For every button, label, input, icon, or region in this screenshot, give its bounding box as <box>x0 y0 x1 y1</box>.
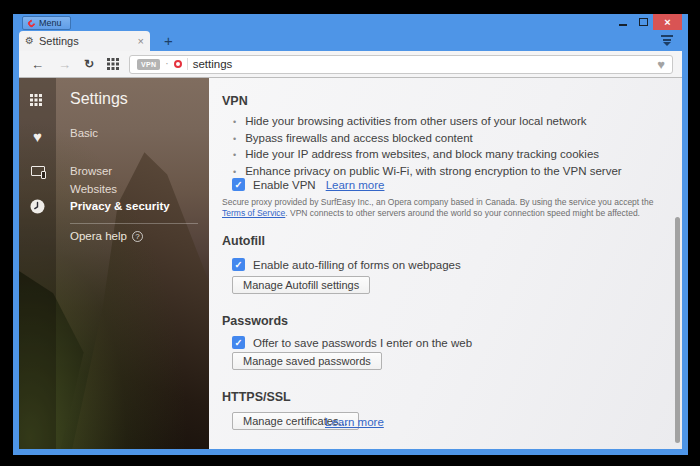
autofill-checkbox[interactable] <box>232 258 245 271</box>
forward-button[interactable]: → <box>58 58 71 71</box>
tab-settings[interactable]: ⚙ Settings × <box>19 31 150 51</box>
tab-bar: ⚙ Settings × + <box>19 30 682 51</box>
sidebar-icon-strip: ♥ <box>19 78 56 449</box>
close-icon: × <box>664 17 670 28</box>
maximize-icon <box>639 18 648 26</box>
separator-dot: · <box>165 59 168 69</box>
opera-help-label: Opera help <box>70 230 127 242</box>
list-item: •Hide your IP address from websites, and… <box>233 147 622 164</box>
https-learn-more-link[interactable]: Learn more <box>325 416 384 428</box>
history-clock-icon[interactable] <box>30 199 46 213</box>
address-bar[interactable]: VPN · settings ♥ <box>129 55 673 74</box>
minimize-icon <box>619 24 627 26</box>
maximize-button[interactable] <box>633 14 653 30</box>
vpn-badge[interactable]: VPN <box>137 59 160 70</box>
vpn-learn-more-link[interactable]: Learn more <box>326 179 385 191</box>
devices-sync-icon[interactable] <box>30 164 46 178</box>
address-divider <box>187 58 188 70</box>
url-text[interactable]: settings <box>193 58 233 70</box>
vpn-heading: VPN <box>222 94 248 108</box>
bullet-icon: • <box>233 150 236 160</box>
settings-content: VPN •Hide your browsing activities from … <box>209 78 682 449</box>
opera-help-link[interactable]: Opera help ? <box>70 230 143 242</box>
bullet-icon: • <box>233 117 236 127</box>
speed-dial-icon[interactable] <box>30 94 46 108</box>
bullet-icon: • <box>233 167 236 177</box>
close-button[interactable]: × <box>653 14 682 30</box>
autofill-heading: Autofill <box>222 234 265 248</box>
opera-menu-button[interactable]: Menu <box>22 16 71 30</box>
passwords-heading: Passwords <box>222 314 288 328</box>
enable-vpn-checkbox[interactable] <box>232 178 245 191</box>
https-heading: HTTPS/SSL <box>222 390 291 404</box>
settings-page-title: Settings <box>70 90 128 108</box>
settings-sidebar: ♥ Settings Basic Browser Websites Privac… <box>19 78 209 449</box>
gear-icon: ⚙ <box>25 36 34 46</box>
main-area: ♥ Settings Basic Browser Websites Privac… <box>19 78 682 449</box>
reload-button[interactable]: ↻ <box>84 58 94 70</box>
sidebar-item-privacy-security[interactable]: Privacy & security <box>70 200 170 212</box>
save-passwords-label: Offer to save passwords I enter on the w… <box>253 337 472 349</box>
opera-site-icon <box>174 60 182 68</box>
list-item: •Bypass firewalls and access blocked con… <box>233 131 622 148</box>
back-button[interactable]: ← <box>31 58 44 71</box>
terms-of-service-link[interactable]: Terms of Service <box>222 208 285 218</box>
manage-passwords-button[interactable]: Manage saved passwords <box>232 352 382 370</box>
sidebar-divider <box>70 223 198 224</box>
bookmarks-heart-icon[interactable]: ♥ <box>30 129 46 143</box>
window-controls: × <box>613 14 682 30</box>
vpn-fine-print: Secure proxy provided by SurfEasy Inc., … <box>222 197 676 219</box>
minimize-button[interactable] <box>613 14 633 30</box>
enable-vpn-row: Enable VPN Learn more <box>232 178 384 191</box>
help-icon: ? <box>132 231 143 242</box>
list-item: •Hide your browsing activities from othe… <box>233 114 622 131</box>
navigation-toolbar: ← → ↻ VPN · settings ♥ <box>19 51 682 78</box>
browser-window: Menu × ⚙ Settings × + ← → ↻ <box>13 14 688 455</box>
tab-menu-icon[interactable] <box>661 35 673 46</box>
title-bar: Menu × <box>19 14 682 30</box>
bullet-icon: • <box>233 134 236 144</box>
manage-autofill-button[interactable]: Manage Autofill settings <box>232 276 370 294</box>
autofill-checkbox-label: Enable auto-filling of forms on webpages <box>253 259 461 271</box>
sidebar-item-basic[interactable]: Basic <box>70 127 98 139</box>
vpn-benefits-list: •Hide your browsing activities from othe… <box>233 114 622 180</box>
scrollbar-thumb[interactable] <box>675 217 680 443</box>
new-tab-button[interactable]: + <box>159 32 178 50</box>
settings-nav: Settings Basic Browser Websites Privacy … <box>70 78 209 449</box>
opera-logo-icon <box>27 18 37 28</box>
tab-close-icon[interactable]: × <box>138 36 144 47</box>
passwords-checkbox-row: Offer to save passwords I enter on the w… <box>232 336 472 349</box>
menu-label: Menu <box>39 18 62 28</box>
enable-vpn-label: Enable VPN <box>253 179 316 191</box>
tab-title: Settings <box>39 35 138 47</box>
sidebar-item-browser[interactable]: Browser <box>70 165 112 177</box>
autofill-checkbox-row: Enable auto-filling of forms on webpages <box>232 258 461 271</box>
heart-bookmark-icon[interactable]: ♥ <box>657 58 665 71</box>
sidebar-item-websites[interactable]: Websites <box>70 183 117 195</box>
save-passwords-checkbox[interactable] <box>232 336 245 349</box>
extensions-grid-icon[interactable] <box>107 58 120 71</box>
